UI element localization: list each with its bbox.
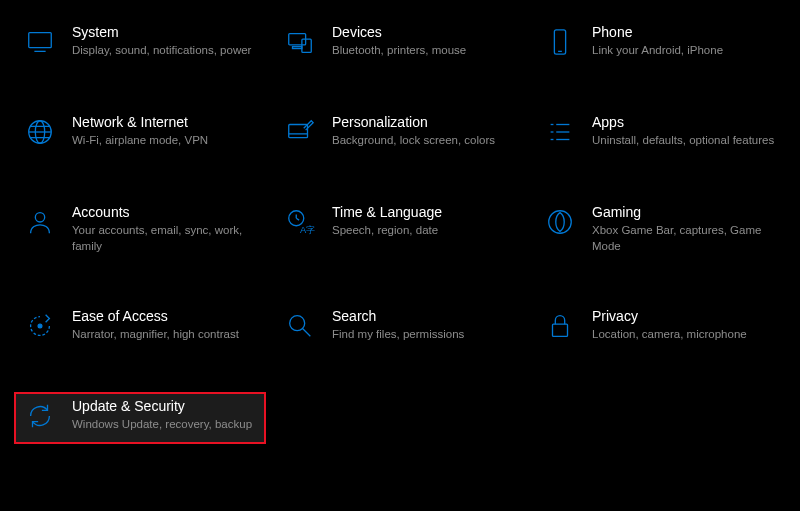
tile-phone[interactable]: Phone Link your Android, iPhone [534, 18, 786, 70]
search-icon [282, 308, 318, 344]
tile-desc: Display, sound, notifications, power [72, 43, 258, 59]
tile-text: Apps Uninstall, defaults, optional featu… [592, 114, 778, 149]
tile-text: Gaming Xbox Game Bar, captures, Game Mod… [592, 204, 778, 254]
system-icon [22, 24, 58, 60]
tile-text: Phone Link your Android, iPhone [592, 24, 778, 59]
svg-rect-5 [554, 30, 565, 54]
svg-text:A字: A字 [300, 225, 315, 235]
svg-point-20 [35, 213, 44, 222]
tile-title: Phone [592, 24, 778, 40]
lock-icon [542, 308, 578, 344]
tile-desc: Wi-Fi, airplane mode, VPN [72, 133, 258, 149]
svg-rect-0 [29, 33, 52, 48]
tile-desc: Narrator, magnifier, high contrast [72, 327, 258, 343]
svg-point-27 [290, 316, 305, 331]
tile-desc: Uninstall, defaults, optional features [592, 133, 778, 149]
accessibility-icon [22, 308, 58, 344]
time-language-icon: A字 [282, 204, 318, 240]
tile-network[interactable]: Network & Internet Wi-Fi, airplane mode,… [14, 108, 266, 160]
tile-desc: Location, camera, microphone [592, 327, 778, 343]
tile-title: Accounts [72, 204, 258, 220]
tile-text: Time & Language Speech, region, date [332, 204, 518, 239]
tile-desc: Speech, region, date [332, 223, 518, 239]
tile-title: System [72, 24, 258, 40]
tile-devices[interactable]: Devices Bluetooth, printers, mouse [274, 18, 526, 70]
tile-personalization[interactable]: Personalization Background, lock screen,… [274, 108, 526, 160]
tile-text: Accounts Your accounts, email, sync, wor… [72, 204, 258, 254]
tile-update-security[interactable]: Update & Security Windows Update, recove… [14, 392, 266, 444]
tile-desc: Bluetooth, printers, mouse [332, 43, 518, 59]
tile-desc: Background, lock screen, colors [332, 133, 518, 149]
tile-desc: Find my files, permissions [332, 327, 518, 343]
tile-title: Personalization [332, 114, 518, 130]
tile-apps[interactable]: Apps Uninstall, defaults, optional featu… [534, 108, 786, 160]
gaming-icon [542, 204, 578, 240]
tile-text: Ease of Access Narrator, magnifier, high… [72, 308, 258, 343]
settings-grid: System Display, sound, notifications, po… [14, 18, 786, 444]
tile-text: Devices Bluetooth, printers, mouse [332, 24, 518, 59]
tile-desc: Xbox Game Bar, captures, Game Mode [592, 223, 778, 254]
tile-text: Network & Internet Wi-Fi, airplane mode,… [72, 114, 258, 149]
tile-title: Update & Security [72, 398, 258, 414]
tile-search[interactable]: Search Find my files, permissions [274, 302, 526, 354]
tile-gaming[interactable]: Gaming Xbox Game Bar, captures, Game Mod… [534, 198, 786, 264]
tile-text: System Display, sound, notifications, po… [72, 24, 258, 59]
tile-system[interactable]: System Display, sound, notifications, po… [14, 18, 266, 70]
svg-line-23 [296, 218, 299, 220]
tile-title: Privacy [592, 308, 778, 324]
tile-title: Devices [332, 24, 518, 40]
tile-title: Search [332, 308, 518, 324]
update-icon [22, 398, 58, 434]
tile-privacy[interactable]: Privacy Location, camera, microphone [534, 302, 786, 354]
tile-accounts[interactable]: Accounts Your accounts, email, sync, wor… [14, 198, 266, 264]
tile-time-language[interactable]: A字 Time & Language Speech, region, date [274, 198, 526, 264]
devices-icon [282, 24, 318, 60]
tile-desc: Link your Android, iPhone [592, 43, 778, 59]
phone-icon [542, 24, 578, 60]
tile-text: Personalization Background, lock screen,… [332, 114, 518, 149]
tile-title: Gaming [592, 204, 778, 220]
person-icon [22, 204, 58, 240]
tile-title: Apps [592, 114, 778, 130]
apps-list-icon [542, 114, 578, 150]
tile-desc: Your accounts, email, sync, work, family [72, 223, 258, 254]
tile-title: Time & Language [332, 204, 518, 220]
tile-desc: Windows Update, recovery, backup [72, 417, 258, 433]
tile-text: Search Find my files, permissions [332, 308, 518, 343]
paint-icon [282, 114, 318, 150]
svg-point-26 [38, 324, 42, 328]
svg-rect-29 [553, 324, 568, 336]
tile-text: Update & Security Windows Update, recove… [72, 398, 258, 433]
tile-text: Privacy Location, camera, microphone [592, 308, 778, 343]
tile-title: Ease of Access [72, 308, 258, 324]
svg-line-28 [303, 329, 311, 337]
globe-icon [22, 114, 58, 150]
tile-title: Network & Internet [72, 114, 258, 130]
svg-point-25 [549, 211, 572, 234]
tile-ease-of-access[interactable]: Ease of Access Narrator, magnifier, high… [14, 302, 266, 354]
svg-rect-4 [293, 47, 302, 49]
svg-rect-3 [302, 39, 311, 52]
